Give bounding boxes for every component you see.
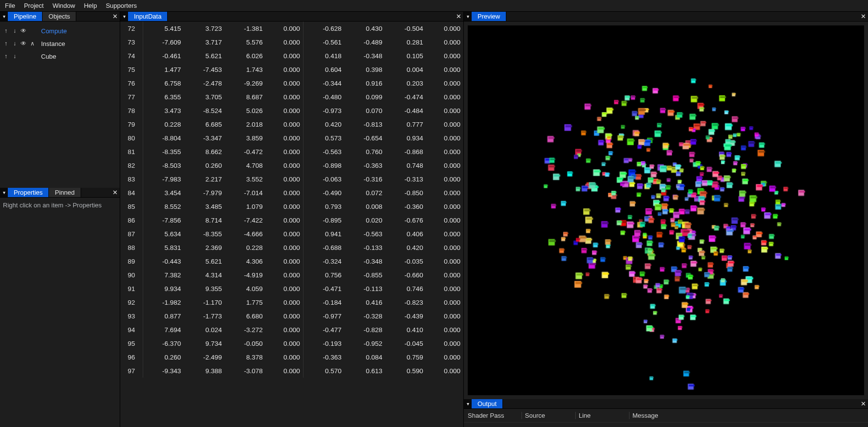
data-cell: 0.000 — [265, 172, 303, 186]
data-row[interactable]: 92-1.982-1.1701.7750.000-0.1840.416-0.82… — [120, 295, 463, 309]
tab-preview[interactable]: Preview — [472, 12, 506, 21]
data-row[interactable]: 907.3824.314-4.9190.0000.756-0.855-0.660… — [120, 268, 463, 282]
data-cell: -4.666 — [225, 227, 266, 241]
tab-pinned[interactable]: Pinned — [49, 188, 81, 197]
data-cell: 0.000 — [265, 200, 303, 213]
data-cell: 0.000 — [426, 200, 463, 213]
tab-inputdata[interactable]: InputData — [128, 12, 168, 21]
move-up-icon[interactable]: ↑ — [2, 53, 10, 60]
row-index: 87 — [120, 227, 143, 241]
visibility-icon[interactable]: 👁 — [20, 40, 27, 47]
row-index: 72 — [120, 22, 143, 35]
properties-close-icon[interactable]: ✕ — [110, 188, 120, 197]
data-cell: 0.934 — [385, 131, 426, 145]
pipeline-dropdown-icon[interactable]: ▾ — [0, 12, 8, 21]
output-close-icon[interactable]: ✕ — [858, 399, 868, 408]
menu-window[interactable]: Window — [52, 2, 75, 9]
data-cell: -0.348 — [345, 49, 386, 63]
data-cell: -0.133 — [345, 241, 386, 254]
data-row[interactable]: 843.454-7.979-7.0140.000-0.4900.072-0.85… — [120, 186, 463, 200]
output-columns: Shader Pass Source Line Message — [464, 409, 868, 423]
data-row[interactable]: 947.6940.024-3.2720.000-0.477-0.8280.410… — [120, 323, 463, 337]
menu-help[interactable]: Help — [84, 2, 97, 9]
data-cell: 3.723 — [184, 22, 225, 35]
inputdata-close-icon[interactable]: ✕ — [454, 12, 463, 21]
data-row[interactable]: 885.8312.3690.2280.000-0.688-0.1330.4200… — [120, 241, 463, 254]
data-row[interactable]: 751.477-7.4531.7430.0000.6040.3980.0040.… — [120, 63, 463, 76]
move-down-icon[interactable]: ↓ — [11, 40, 19, 47]
move-up-icon[interactable]: ↑ — [2, 40, 10, 47]
data-row[interactable]: 95-6.3709.734-0.0500.000-0.193-0.952-0.0… — [120, 337, 463, 350]
output-col-message[interactable]: Message — [629, 412, 864, 419]
menu-project[interactable]: Project — [24, 2, 43, 9]
data-cell: -7.014 — [225, 186, 266, 200]
properties-dropdown-icon[interactable]: ▾ — [0, 188, 8, 197]
data-row[interactable]: 960.260-2.4998.3780.000-0.3630.0840.7590… — [120, 350, 463, 364]
pipeline-item-cube[interactable]: ↑↓Cube — [2, 50, 118, 63]
data-row[interactable]: 82-8.5030.2604.7080.000-0.898-0.3630.748… — [120, 158, 463, 172]
data-cell: 0.604 — [303, 63, 344, 76]
inputdata-dropdown-icon[interactable]: ▾ — [120, 12, 128, 21]
data-row[interactable]: 97-9.3439.388-3.0780.0000.5700.6130.5900… — [120, 364, 463, 378]
data-cell: -4.919 — [225, 268, 266, 282]
data-cell: 6.355 — [143, 90, 184, 104]
preview-viewport[interactable] — [468, 25, 864, 395]
visibility-icon[interactable]: 👁 — [20, 27, 27, 34]
data-row[interactable]: 80-8.804-3.3473.8590.0000.573-0.6540.934… — [120, 131, 463, 145]
data-cell: -3.078 — [225, 364, 266, 378]
data-row[interactable]: 783.473-8.5245.0260.000-0.9730.070-0.484… — [120, 104, 463, 117]
row-index: 75 — [120, 63, 143, 76]
data-cell: 0.000 — [426, 337, 463, 350]
preview-dropdown-icon[interactable]: ▾ — [464, 12, 472, 21]
properties-body: Right click on an item -> Properties — [0, 198, 120, 427]
pipeline-item-instance[interactable]: ↑↓👁∧Instance — [2, 37, 118, 50]
tab-pipeline[interactable]: Pipeline — [8, 12, 43, 21]
output-col-shaderpass[interactable]: Shader Pass — [468, 412, 521, 419]
data-cell: -0.363 — [303, 350, 344, 364]
data-cell: -2.478 — [184, 76, 225, 90]
data-cell: 0.000 — [426, 241, 463, 254]
row-index: 73 — [120, 35, 143, 49]
tab-properties[interactable]: Properties — [8, 188, 49, 197]
data-cell: 0.000 — [426, 35, 463, 49]
data-row[interactable]: 858.5523.4851.0790.0000.7930.008-0.3600.… — [120, 200, 463, 213]
data-row[interactable]: 766.758-2.478-9.2690.000-0.3440.9160.203… — [120, 76, 463, 90]
pipeline-close-icon[interactable]: ✕ — [110, 12, 120, 21]
inputdata-scroll[interactable]: 725.4153.723-1.3810.000-0.6280.430-0.504… — [120, 22, 463, 427]
data-row[interactable]: 776.3553.7058.6870.000-0.4800.099-0.4740… — [120, 90, 463, 104]
output-col-line[interactable]: Line — [575, 412, 629, 419]
data-row[interactable]: 930.877-1.7736.6800.000-0.977-0.328-0.43… — [120, 309, 463, 323]
data-row[interactable]: 725.4153.723-1.3810.000-0.6280.430-0.504… — [120, 22, 463, 35]
data-cell: -0.952 — [345, 337, 386, 350]
menu-file[interactable]: File — [5, 2, 15, 9]
output-dropdown-icon[interactable]: ▾ — [464, 399, 472, 408]
output-col-source[interactable]: Source — [521, 412, 575, 419]
tab-objects[interactable]: Objects — [43, 12, 76, 21]
data-cell: 1.079 — [225, 200, 266, 213]
data-row[interactable]: 875.634-8.355-4.6660.0000.941-0.5630.406… — [120, 227, 463, 241]
move-down-icon[interactable]: ↓ — [11, 27, 19, 34]
data-row[interactable]: 83-7.9832.2173.5520.000-0.063-0.316-0.31… — [120, 172, 463, 186]
pipeline-item-compute[interactable]: ↑↓👁Compute — [2, 24, 118, 37]
data-cell: 0.004 — [385, 63, 426, 76]
preview-close-icon[interactable]: ✕ — [858, 12, 868, 21]
data-row[interactable]: 89-0.4435.6214.3060.000-0.324-0.348-0.03… — [120, 254, 463, 268]
data-row[interactable]: 74-0.4615.6216.0260.0000.418-0.3480.1050… — [120, 49, 463, 63]
move-down-icon[interactable]: ↓ — [11, 53, 19, 60]
data-cell: -9.343 — [143, 364, 184, 378]
collapse-icon[interactable]: ∧ — [28, 40, 36, 47]
data-row[interactable]: 73-7.6093.7175.5760.000-0.561-0.4890.281… — [120, 35, 463, 49]
move-up-icon[interactable]: ↑ — [2, 27, 10, 34]
data-cell: 3.705 — [184, 90, 225, 104]
data-row[interactable]: 81-8.3558.662-0.4720.000-0.5630.760-0.86… — [120, 145, 463, 158]
data-row[interactable]: 919.9349.3554.0590.000-0.471-0.1130.7460… — [120, 282, 463, 295]
data-row[interactable]: 86-7.8568.714-7.4220.000-0.8950.020-0.67… — [120, 213, 463, 227]
data-cell: 0.000 — [265, 241, 303, 254]
menu-supporters[interactable]: Supporters — [106, 2, 137, 9]
data-row[interactable]: 790.2286.6852.0180.0000.420-0.8130.7770.… — [120, 117, 463, 131]
tab-output[interactable]: Output — [472, 399, 503, 408]
data-cell: -0.360 — [385, 200, 426, 213]
data-cell: -0.628 — [303, 22, 344, 35]
data-cell: 9.934 — [143, 282, 184, 295]
data-cell: 0.000 — [265, 145, 303, 158]
